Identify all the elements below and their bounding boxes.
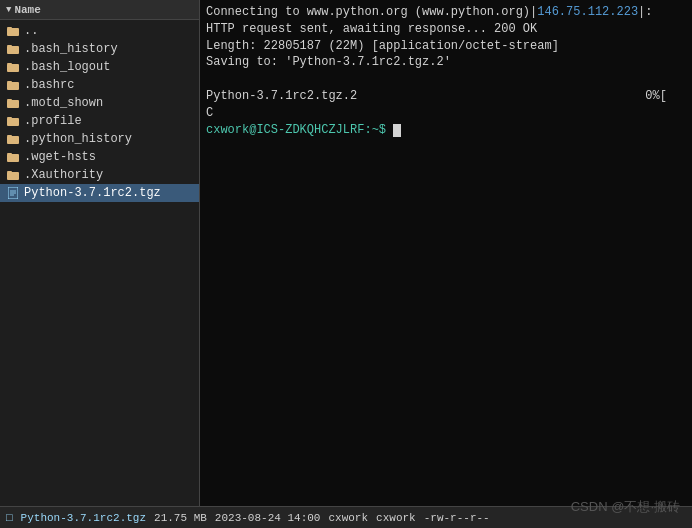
svg-rect-8 <box>7 100 19 108</box>
file-item-name: .motd_shown <box>24 96 103 110</box>
terminal-text: Length: 22805187 (22M) [application/octe… <box>206 39 559 53</box>
svg-rect-4 <box>7 64 19 72</box>
terminal-prompt: cxwork@ICS-ZDKQHCZJLRF:~$ <box>206 123 393 137</box>
svg-rect-3 <box>7 45 12 47</box>
terminal-text: Saving to: 'Python-3.7.1rc2.tgz.2' <box>206 55 451 69</box>
terminal-cursor <box>393 124 401 137</box>
file-item[interactable]: .wget-hsts <box>0 148 199 166</box>
folder-icon <box>6 97 20 109</box>
svg-rect-11 <box>7 117 12 119</box>
terminal-line: Length: 22805187 (22M) [application/octe… <box>206 38 686 55</box>
svg-rect-12 <box>7 136 19 144</box>
terminal-output: Connecting to www.python.org (www.python… <box>200 0 692 506</box>
detail-perms: -rw-r--r-- <box>424 512 490 524</box>
main-area: ▼ Name ...bash_history.bash_logout.bashr… <box>0 0 692 506</box>
svg-rect-13 <box>7 135 12 137</box>
file-icon-doc <box>6 187 20 199</box>
progress-percent: 0%[ <box>645 89 667 103</box>
terminal-panel: Connecting to www.python.org (www.python… <box>200 0 692 506</box>
detail-filename: Python-3.7.1rc2.tgz <box>21 512 146 524</box>
terminal-line <box>206 71 686 88</box>
file-panel: ▼ Name ...bash_history.bash_logout.bashr… <box>0 0 200 506</box>
terminal-text: 146.75.112.223 <box>537 5 638 19</box>
svg-rect-17 <box>7 171 12 173</box>
file-item[interactable]: .Xauthority <box>0 166 199 184</box>
svg-rect-16 <box>7 172 19 180</box>
terminal-line: Python-3.7.1rc2.tgz.2 0%[ <box>206 88 686 105</box>
file-item[interactable]: .motd_shown <box>0 94 199 112</box>
terminal-line: Connecting to www.python.org (www.python… <box>206 4 686 21</box>
file-item[interactable]: .python_history <box>0 130 199 148</box>
terminal-line: C <box>206 105 686 122</box>
svg-rect-0 <box>7 28 19 36</box>
detail-size: 21.75 MB <box>154 512 207 524</box>
file-item-name: Python-3.7.1rc2.tgz <box>24 186 161 200</box>
svg-rect-2 <box>7 46 19 54</box>
file-item[interactable]: Python-3.7.1rc2.tgz <box>0 184 199 202</box>
svg-rect-10 <box>7 118 19 126</box>
folder-icon <box>6 79 20 91</box>
file-list[interactable]: ...bash_history.bash_logout.bashrc.motd_… <box>0 20 199 506</box>
file-item-name: .wget-hsts <box>24 150 96 164</box>
terminal-text: C <box>206 106 213 120</box>
detail-icon: □ <box>6 512 13 524</box>
file-item-name: .bash_history <box>24 42 118 56</box>
terminal-text: |: <box>638 5 652 19</box>
terminal-text: Connecting to www.python.org (www.python… <box>206 5 537 19</box>
terminal-text: HTTP request sent, awaiting response... … <box>206 22 537 36</box>
svg-rect-5 <box>7 63 12 65</box>
watermark: CSDN @不想·搬砖 <box>571 498 680 506</box>
file-item[interactable]: .. <box>0 22 199 40</box>
detail-owner: cxwork <box>328 512 368 524</box>
progress-filename: Python-3.7.1rc2.tgz.2 <box>206 89 357 103</box>
file-item-name: .. <box>24 24 38 38</box>
file-panel-header: ▼ Name <box>0 0 199 20</box>
svg-rect-1 <box>7 27 12 29</box>
folder-icon <box>6 133 20 145</box>
svg-rect-14 <box>7 154 19 162</box>
sort-arrow-icon: ▼ <box>6 5 11 15</box>
file-item[interactable]: .bashrc <box>0 76 199 94</box>
folder-icon <box>6 115 20 127</box>
file-item[interactable]: .bash_history <box>0 40 199 58</box>
folder-icon <box>6 61 20 73</box>
folder-icon <box>6 43 20 55</box>
svg-rect-6 <box>7 82 19 90</box>
file-item[interactable]: .bash_logout <box>0 58 199 76</box>
detail-group: cxwork <box>376 512 416 524</box>
svg-rect-15 <box>7 153 12 155</box>
svg-rect-9 <box>7 99 12 101</box>
file-item-name: .bash_logout <box>24 60 110 74</box>
terminal-line: Saving to: 'Python-3.7.1rc2.tgz.2' <box>206 54 686 71</box>
svg-rect-7 <box>7 81 12 83</box>
file-item-name: .bashrc <box>24 78 74 92</box>
file-item[interactable]: .profile <box>0 112 199 130</box>
folder-icon <box>6 25 20 37</box>
terminal-prompt-line: cxwork@ICS-ZDKQHCZJLRF:~$ <box>206 122 686 139</box>
column-name-label: Name <box>14 4 40 16</box>
file-item-name: .Xauthority <box>24 168 103 182</box>
folder-icon <box>6 151 20 163</box>
file-item-name: .python_history <box>24 132 132 146</box>
terminal-line: HTTP request sent, awaiting response... … <box>206 21 686 38</box>
folder-icon <box>6 169 20 181</box>
file-item-name: .profile <box>24 114 82 128</box>
detail-date: 2023-08-24 14:00 <box>215 512 321 524</box>
